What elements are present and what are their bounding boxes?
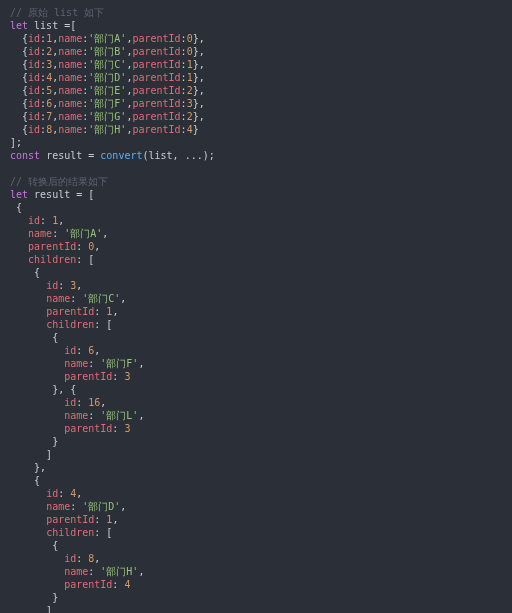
code-block: // 原始 list 如下 let list =[ {id:1,name:'部门… (0, 0, 512, 613)
